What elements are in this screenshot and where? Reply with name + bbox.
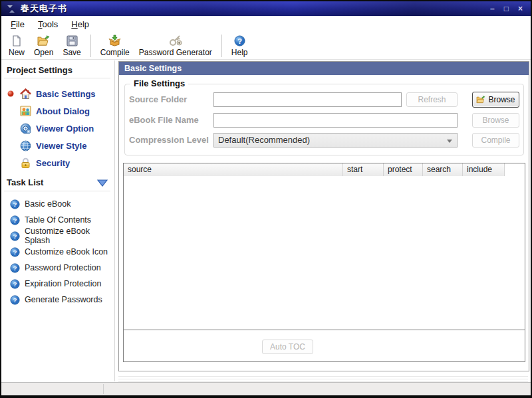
svg-text:?: ? <box>13 249 17 256</box>
menu-help[interactable]: Help <box>67 18 93 31</box>
group-legend: File Settings <box>130 78 188 88</box>
toolbar-separator <box>221 35 222 57</box>
status-bar-separator <box>103 384 104 394</box>
toolbar-separator <box>90 35 91 57</box>
column-protect[interactable]: protect <box>384 163 423 176</box>
file-settings-group: File Settings Source Folder Refresh Brow… <box>124 84 524 155</box>
list-column-headers: source start protect search include <box>124 163 525 176</box>
svg-text:?: ? <box>13 280 17 288</box>
question-icon: ? <box>10 231 20 241</box>
sidebar-item-basic-settings[interactable]: Basic Settings <box>1 85 114 102</box>
security-lock-icon <box>20 157 31 169</box>
column-include[interactable]: include <box>463 163 505 176</box>
sidebar-item-security[interactable]: Security <box>1 154 114 171</box>
divider <box>4 78 110 78</box>
toolbar: New Open Save Compile Password Generato <box>1 32 531 60</box>
svg-text:?: ? <box>13 217 17 224</box>
viewer-option-icon <box>20 123 31 134</box>
browse-ebook-button[interactable]: Browse <box>472 113 519 128</box>
task-list-header: Task List <box>7 177 43 187</box>
compile-action-button[interactable]: Compile <box>472 133 519 148</box>
browse-source-button[interactable]: Browse <box>472 92 519 108</box>
task-item-customize-ebook-splash[interactable]: ? Customize eBook Splash <box>1 228 114 244</box>
password-generator-button[interactable]: Password Generator <box>134 33 217 58</box>
svg-text:?: ? <box>13 201 17 208</box>
close-button[interactable]: × <box>518 5 523 13</box>
compression-level-select[interactable]: Default(Recommended) <box>213 133 458 148</box>
compression-level-label: Compression Level <box>129 133 209 148</box>
question-icon: ? <box>10 263 20 273</box>
status-bar <box>1 382 531 395</box>
about-dialog-icon <box>20 106 31 117</box>
application-window: 春天电子书 – □ × File Tools Help New Open <box>1 1 531 395</box>
menu-tools[interactable]: Tools <box>34 18 62 31</box>
open-button[interactable]: Open <box>29 33 58 58</box>
task-item-customize-ebook-icon[interactable]: ? Customize eBook Icon <box>1 244 114 260</box>
window-title: 春天电子书 <box>21 3 67 15</box>
column-source[interactable]: source <box>124 163 343 176</box>
open-folder-icon <box>37 35 50 47</box>
task-item-basic-ebook[interactable]: ? Basic eBook <box>1 196 114 212</box>
source-file-list: source start protect search include Auto… <box>123 163 525 362</box>
list-body-empty[interactable] <box>124 176 525 330</box>
task-item-table-of-contents[interactable]: ? Table Of Contents <box>1 212 114 228</box>
task-item-password-protection[interactable]: ? Password Protection <box>1 260 114 276</box>
question-icon: ? <box>10 295 20 305</box>
svg-text:?: ? <box>13 264 17 272</box>
compile-button[interactable]: Compile <box>96 33 134 58</box>
column-start[interactable]: start <box>343 163 384 176</box>
chevron-down-icon <box>447 140 452 143</box>
app-icon <box>7 5 15 13</box>
save-floppy-icon <box>66 35 78 47</box>
svg-text:?: ? <box>13 233 17 240</box>
basic-settings-panel: Basic Settings File Settings Source Fold… <box>118 61 529 371</box>
maximize-button[interactable]: □ <box>504 5 509 13</box>
source-folder-input[interactable] <box>213 92 402 107</box>
viewer-style-globe-icon <box>20 140 31 151</box>
svg-text:?: ? <box>13 296 17 304</box>
sidebar-item-viewer-option[interactable]: Viewer Option <box>1 120 114 137</box>
list-footer: Auto TOC <box>124 330 525 361</box>
svg-text:?: ? <box>237 37 242 45</box>
question-icon: ? <box>10 279 20 289</box>
minimize-button[interactable]: – <box>490 5 495 13</box>
collapse-triangle-icon[interactable] <box>97 178 108 190</box>
help-button[interactable]: ? Help <box>227 33 253 58</box>
save-button[interactable]: Save <box>58 33 85 58</box>
compile-box-icon <box>108 35 121 47</box>
password-key-icon <box>169 35 182 47</box>
main-content: Basic Settings File Settings Source Fold… <box>116 60 531 381</box>
ebook-file-name-input[interactable] <box>213 113 458 128</box>
home-icon <box>20 88 31 100</box>
browse-folder-icon <box>476 96 485 104</box>
auto-toc-button[interactable]: Auto TOC <box>262 340 313 354</box>
selected-indicator-dot <box>7 90 14 97</box>
question-icon: ? <box>10 247 20 257</box>
source-folder-label: Source Folder <box>129 92 187 107</box>
help-icon: ? <box>234 35 245 47</box>
menu-bar: File Tools Help <box>1 16 531 32</box>
ebook-file-name-label: eBook File Name <box>129 113 199 128</box>
menu-file[interactable]: File <box>7 18 29 31</box>
new-button[interactable]: New <box>4 33 29 58</box>
sidebar: Project Settings Basic Settings About Di… <box>1 60 115 381</box>
sidebar-item-viewer-style[interactable]: Viewer Style <box>1 137 114 154</box>
panel-title: Basic Settings <box>119 62 529 75</box>
task-item-generate-passwords[interactable]: ? Generate Passwords <box>1 292 114 308</box>
divider <box>4 191 110 191</box>
column-search[interactable]: search <box>423 163 463 176</box>
title-bar: 春天电子书 – □ × <box>1 1 531 16</box>
new-document-icon <box>11 35 22 47</box>
sidebar-item-about-dialog[interactable]: About Dialog <box>1 102 114 120</box>
project-settings-header: Project Settings <box>7 65 72 75</box>
question-icon: ? <box>10 199 20 209</box>
refresh-button[interactable]: Refresh <box>406 92 458 107</box>
question-icon: ? <box>10 215 20 225</box>
task-item-expiration-protection[interactable]: ? Expiration Protection <box>1 276 114 292</box>
